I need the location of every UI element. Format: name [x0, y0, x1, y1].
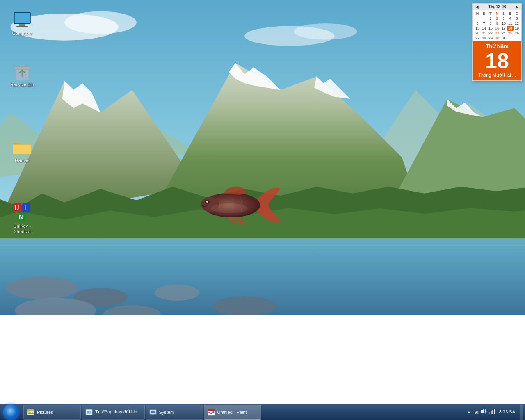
svg-point-64 [210, 413, 212, 414]
calendar-day-cell[interactable]: 21 [481, 31, 487, 36]
computer-icon-image [12, 10, 32, 30]
mountain-background [0, 0, 525, 315]
games-icon-image [12, 137, 32, 157]
tray-network-icon[interactable] [488, 409, 495, 415]
calendar-day-cell [507, 36, 514, 41]
fish-image [194, 176, 285, 234]
tray-language-icon[interactable]: VI [474, 410, 478, 415]
calendar-day-cell[interactable]: 6 [474, 21, 481, 26]
desktop-icon-unikey[interactable]: U I N UniKey - Shortcut [6, 201, 39, 236]
watermark: Windows 7 For testing purposes only. Bui… [401, 388, 521, 400]
start-button[interactable] [0, 404, 22, 420]
show-desktop-button[interactable] [520, 405, 523, 420]
svg-rect-59 [152, 414, 154, 415]
calendar-day-cell[interactable]: 4 [507, 16, 514, 21]
calendar-day-cell[interactable]: 12 [514, 21, 520, 26]
calendar-day-cell[interactable]: 29 [487, 36, 494, 41]
svg-rect-67 [489, 412, 490, 414]
calendar-day-cell[interactable]: 27 [474, 36, 481, 41]
calendar-day-cell[interactable]: 19 [514, 26, 520, 31]
svg-rect-50 [27, 409, 34, 411]
desktop-icon-computer[interactable]: Computer [6, 8, 39, 38]
svg-point-22 [155, 284, 200, 300]
svg-rect-39 [20, 65, 24, 68]
calendar-day-cell[interactable]: 9 [494, 21, 500, 26]
svg-point-31 [203, 193, 259, 216]
cal-header-b: B [481, 11, 487, 16]
calendar-day-cell[interactable]: 24 [500, 31, 507, 36]
calendar-day-cell[interactable]: 22 [487, 31, 494, 36]
svg-rect-68 [491, 411, 492, 414]
calendar-widget[interactable]: ◀ Thg12 08 ▶ H B T N S B C 123 [472, 3, 522, 81]
tray-clock[interactable]: 8:33 SA [497, 409, 518, 415]
calendar-day-cell[interactable]: 18 [507, 26, 514, 31]
taskbar-item-system-label: System [159, 410, 174, 415]
svg-rect-58 [151, 411, 155, 413]
taskbar-items: Pictures Tự động thay đổi hin... [22, 404, 465, 420]
calendar-month-year: Thg12 08 [488, 5, 506, 9]
calendar-day-cell[interactable]: 8 [487, 21, 494, 26]
calendar-day-cell[interactable]: 23 [494, 31, 500, 36]
taskbar-item-system[interactable]: System [146, 405, 203, 420]
calendar-day-cell[interactable]: 15 [487, 26, 494, 31]
calendar-day-cell[interactable]: 11 [507, 21, 514, 26]
paint-taskbar-icon [208, 409, 215, 416]
desktop-icon-games[interactable]: Games [6, 135, 39, 165]
calendar-day-cell[interactable]: 30 [494, 36, 500, 41]
calendar-day-cell [481, 16, 487, 21]
svg-text:I: I [24, 205, 26, 212]
system-tray: ▲ VI 8:33 [465, 404, 525, 420]
svg-rect-69 [492, 410, 493, 414]
cal-header-n: N [494, 11, 500, 16]
calendar-day-cell[interactable]: 2 [494, 16, 500, 21]
calendar-day-cell[interactable]: 5 [514, 16, 520, 21]
start-orb-inner [7, 408, 16, 417]
svg-rect-70 [494, 409, 495, 414]
unikey-icon-label: UniKey - Shortcut [7, 224, 37, 234]
calendar-header: ◀ Thg12 08 ▶ [473, 4, 521, 10]
calendar-day-cell[interactable]: 13 [474, 26, 481, 31]
svg-rect-35 [16, 26, 28, 27]
svg-point-4 [294, 23, 357, 39]
computer-icon-label: Computer [12, 31, 32, 36]
taskbar-item-paint[interactable]: Untitled - Paint [204, 405, 261, 420]
calendar-day-cell[interactable]: 7 [481, 21, 487, 26]
svg-text:N: N [19, 214, 24, 221]
cal-header-h: H [474, 11, 481, 16]
svg-rect-56 [87, 413, 91, 414]
start-orb [3, 404, 19, 420]
svg-rect-60 [151, 415, 155, 415]
calendar-day-cell[interactable]: 17 [500, 26, 507, 31]
calendar-day-cell[interactable]: 10 [500, 21, 507, 26]
calendar-day-cell[interactable]: 31 [500, 36, 507, 41]
svg-point-63 [208, 412, 210, 413]
calendar-day-number: 18 [473, 50, 521, 71]
calendar-day-cell[interactable]: 25 [507, 31, 514, 36]
recycle-icon-label: Recycle Bin [10, 82, 34, 87]
calendar-day-cell[interactable]: 20 [474, 31, 481, 36]
cal-header-s: S [500, 11, 507, 16]
pictures-taskbar-icon [27, 409, 34, 416]
calendar-day-cell[interactable]: 28 [481, 36, 487, 41]
svg-text:U: U [14, 205, 19, 212]
svg-point-23 [213, 296, 276, 315]
calendar-day-cell[interactable]: 3 [500, 16, 507, 21]
svg-point-65 [212, 411, 214, 413]
calendar-day-cell[interactable]: 26 [514, 31, 520, 36]
desktop-icon-recycle[interactable]: Recycle Bin [6, 59, 39, 89]
taskbar: Pictures Tự động thay đổi hin... [0, 404, 525, 420]
calendar-day-cell[interactable]: 1 [487, 16, 494, 21]
taskbar-item-tudong-label: Tự động thay đổi hin... [95, 409, 141, 415]
tray-expand-icon[interactable]: ▲ [467, 410, 471, 414]
calendar-day-cell[interactable]: 14 [481, 26, 487, 31]
taskbar-item-pictures[interactable]: Pictures [23, 405, 81, 420]
tray-volume-icon[interactable] [480, 409, 487, 415]
calendar-date-display: Thứ Năm 18 Tháng Mười Hai ... [473, 41, 521, 80]
calendar-prev-button[interactable]: ◀ [475, 5, 479, 9]
calendar-day-cell[interactable]: 16 [494, 26, 500, 31]
taskbar-item-tudong[interactable]: Tự động thay đổi hin... [82, 405, 145, 420]
svg-point-20 [6, 277, 78, 299]
taskbar-item-pictures-label: Pictures [37, 410, 53, 415]
calendar-day-name: Thứ Năm [473, 43, 521, 49]
calendar-next-button[interactable]: ▶ [515, 5, 520, 9]
